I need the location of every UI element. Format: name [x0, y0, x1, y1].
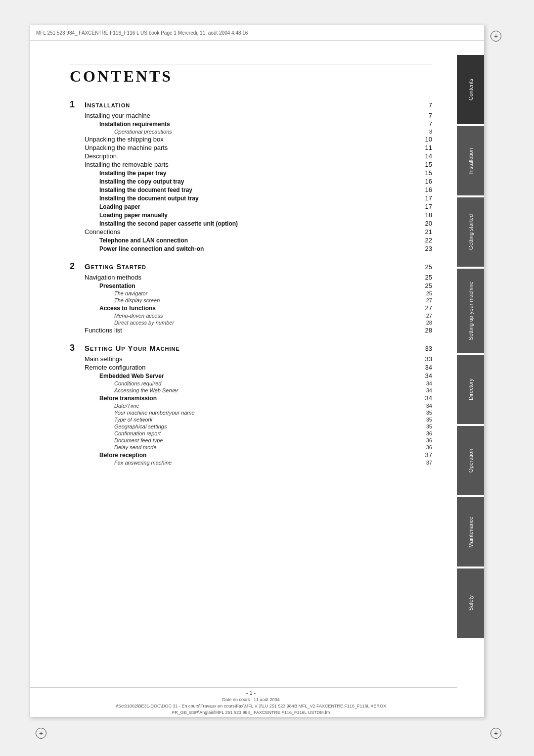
entry-2-8: Functions list 28 — [70, 327, 432, 334]
chapter-2-title: Getting Started — [85, 262, 417, 271]
entry-3-4-page: 34 — [417, 380, 432, 386]
chapter-1-title: Installation — [85, 100, 417, 109]
entry-1-14-page: 20 — [417, 220, 432, 227]
entry-3-8: Your machine number/your name 35 — [70, 410, 432, 416]
reg-mark-br: + — [490, 728, 501, 739]
chapter-1-num: 1 — [70, 99, 85, 110]
sidebar-tab-installation[interactable]: Installation — [457, 126, 484, 195]
entry-2-2-title: Presentation — [99, 283, 417, 289]
entry-3-15-title: Fax answering machine — [114, 460, 417, 466]
sidebar-tab-directory[interactable]: Directory — [457, 355, 484, 424]
toc-section-3: 3 Setting Up Your Machine 33 Main settin… — [70, 343, 432, 466]
chapter-3-title: Setting Up Your Machine — [85, 344, 417, 352]
entry-3-6-page: 34 — [417, 394, 432, 402]
entry-1-14: Installing the second paper cassette uni… — [70, 220, 432, 227]
entry-3-14-page: 37 — [417, 451, 432, 459]
entry-3-1: Main settings 33 — [70, 355, 432, 363]
top-divider — [70, 64, 432, 64]
entry-1-12-title: Loading paper — [99, 203, 417, 210]
entry-2-8-title: Functions list — [85, 327, 417, 334]
footer-page-num: - 1 - — [246, 690, 256, 696]
chapter-3-num: 3 — [70, 343, 85, 353]
sidebar-tab-maintenance[interactable]: Maintenance — [457, 497, 484, 567]
sidebar-tab-setting-up[interactable]: Setting up your machine — [457, 269, 484, 353]
toc-title: Contents — [70, 67, 432, 86]
entry-3-3-page: 34 — [417, 372, 432, 379]
entry-2-3-page: 25 — [417, 290, 432, 296]
entry-2-5: Access to functions 27 — [70, 304, 432, 312]
sidebar-tab-installation-label: Installation — [468, 148, 474, 174]
entry-2-1: Navigation methods 25 — [70, 274, 432, 281]
chapter-3: 3 Setting Up Your Machine 33 — [70, 343, 432, 353]
entry-1-17-title: Power line connection and switch-on — [99, 245, 417, 252]
entry-3-5: Accessing the Web Server 34 — [70, 387, 432, 393]
entry-3-5-page: 34 — [417, 387, 432, 393]
entry-3-5-title: Accessing the Web Server — [114, 387, 417, 393]
entry-1-2-page: 7 — [417, 120, 432, 128]
entry-3-13-page: 36 — [417, 444, 432, 450]
chapter-3-page: 33 — [417, 345, 432, 352]
chapter-2-page: 25 — [417, 263, 432, 271]
entry-3-15: Fax answering machine 37 — [70, 460, 432, 466]
footer-info-line2: \\Sct01002\BE31-DOC\DOC 31 - En cours\Tr… — [116, 704, 386, 709]
sidebar-tab-contents[interactable]: Contents — [457, 55, 484, 124]
entry-1-9-title: Installing the copy output tray — [99, 178, 417, 185]
entry-3-3-title: Embedded Web Server — [99, 373, 417, 379]
entry-1-16: Telephone and LAN connection 22 — [70, 236, 432, 244]
entry-3-8-page: 35 — [417, 410, 432, 416]
footer: - 1 - Date en cours : 11 août 2004 \\Sct… — [30, 687, 457, 717]
entry-3-14: Before reception 37 — [70, 451, 432, 459]
entry-3-7-page: 34 — [417, 403, 432, 409]
entry-3-8-title: Your machine number/your name — [114, 410, 417, 416]
entry-1-5: Unpacking the machine parts 11 — [70, 144, 432, 151]
entry-1-4-title: Unpacking the shipping box — [85, 136, 417, 143]
chapter-1-page: 7 — [417, 101, 432, 109]
entry-3-15-page: 37 — [417, 460, 432, 466]
sidebar-tab-getting-started[interactable]: Getting started — [457, 197, 484, 267]
entry-1-13: Loading paper manually 18 — [70, 211, 432, 219]
sidebar-tab-setting-up-label: Setting up your machine — [468, 282, 474, 340]
entry-3-4: Conditions required 34 — [70, 380, 432, 386]
reg-mark-bl: + — [36, 728, 46, 739]
entry-1-1: Installing your machine 7 — [70, 112, 432, 119]
header-bar: MFL 251 523 984_ FAXCENTRE F116_F116 L U… — [30, 25, 484, 41]
entry-1-8: Installing the paper tray 15 — [70, 169, 432, 177]
entry-1-6-page: 14 — [417, 152, 432, 160]
entry-3-13-title: Delay send mode — [114, 444, 417, 450]
entry-3-7-title: Date/Time — [114, 403, 417, 409]
entry-2-5-title: Access to functions — [99, 305, 417, 312]
entry-2-8-page: 28 — [417, 327, 432, 334]
sidebar-tab-safety[interactable]: Safety — [457, 568, 484, 638]
entry-2-3: The navigator 25 — [70, 290, 432, 296]
entry-2-7-page: 28 — [417, 320, 432, 326]
entry-3-3: Embedded Web Server 34 — [70, 372, 432, 379]
entry-1-12: Loading paper 17 — [70, 203, 432, 210]
entry-1-9-page: 16 — [417, 178, 432, 185]
sidebar-tab-directory-label: Directory — [468, 378, 474, 400]
entry-1-17-page: 23 — [417, 245, 432, 252]
chapter-2-num: 2 — [70, 261, 85, 272]
entry-1-7-title: Installing the removable parts — [85, 161, 417, 168]
entry-1-12-page: 17 — [417, 203, 432, 210]
sidebar-tab-operation[interactable]: Operation — [457, 426, 484, 495]
entry-2-1-page: 25 — [417, 274, 432, 281]
entry-3-2: Remote configuration 34 — [70, 364, 432, 371]
entry-1-8-page: 15 — [417, 169, 432, 177]
entry-2-2: Presentation 25 — [70, 282, 432, 289]
sidebar-tab-contents-label: Contents — [468, 79, 474, 100]
entry-3-14-title: Before reception — [99, 452, 417, 459]
entry-3-9-page: 35 — [417, 417, 432, 423]
entry-1-15: Connections 21 — [70, 228, 432, 236]
entry-2-4: The display screen 27 — [70, 297, 432, 303]
chapter-1: 1 Installation 7 — [70, 99, 432, 110]
entry-1-7-page: 15 — [417, 161, 432, 168]
chapter-2: 2 Getting Started 25 — [70, 261, 432, 272]
entry-1-1-page: 7 — [417, 112, 432, 119]
entry-2-5-page: 27 — [417, 304, 432, 312]
entry-3-12: Document feed type 36 — [70, 437, 432, 443]
entry-1-8-title: Installing the paper tray — [99, 170, 417, 177]
entry-3-10: Geographical settings 35 — [70, 424, 432, 429]
entry-2-7-title: Direct access by number — [114, 320, 417, 326]
entry-3-9-title: Type of network — [114, 417, 417, 423]
entry-2-3-title: The navigator — [114, 290, 417, 296]
